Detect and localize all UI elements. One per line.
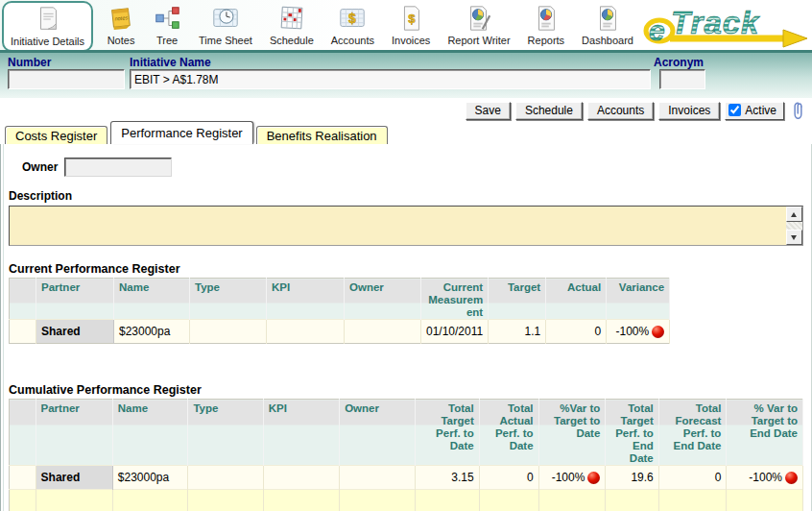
schedule-icon	[277, 4, 306, 33]
acronym-input[interactable]	[659, 69, 705, 89]
row-selector-cell[interactable]	[10, 320, 36, 344]
cell-total-forecast-perf-to-end-date: 0	[658, 466, 727, 490]
time-sheet-icon	[211, 4, 240, 33]
owner-input[interactable]	[64, 158, 172, 177]
column-header-target[interactable]: Target	[489, 279, 546, 320]
cell-name: $23000pa	[112, 466, 188, 490]
column-header-variance[interactable]: Variance	[607, 279, 670, 320]
column-header-pvar-to-target-to-end-date[interactable]: % Var to Target to End Date	[727, 400, 803, 466]
column-header-current-measurement[interactable]: Current Measurement	[421, 279, 489, 320]
cell-owner	[345, 320, 421, 344]
tab-costs-register[interactable]: Costs Register	[5, 126, 107, 144]
cumulative-register-title: Cumulative Performance Register	[9, 383, 803, 397]
cell-owner	[340, 466, 415, 490]
toolbar-item-accounts[interactable]: $ Accounts	[322, 1, 383, 46]
column-header-name[interactable]: Name	[112, 400, 188, 466]
column-header-partner[interactable]: Partner	[36, 279, 114, 320]
report-writer-icon	[465, 4, 493, 33]
active-checkbox[interactable]	[728, 104, 741, 116]
table-header-row: Partner Name Type KPI Owner Total Target…	[10, 400, 803, 466]
description-textarea[interactable]	[9, 206, 803, 246]
save-button[interactable]: Save	[466, 102, 511, 120]
column-header-partner[interactable]: Partner	[36, 400, 112, 466]
column-header-pvar-to-target-to-date[interactable]: %Var to Target to Date	[538, 400, 606, 466]
table-row[interactable]: Shared $23000pa 3.15 0 -100% 19.6 0 -100…	[10, 466, 803, 490]
toolbar-item-notes[interactable]: notes Notes	[98, 1, 144, 46]
column-header-total-target-perf-to-date[interactable]: Total Target Perf. to Date	[415, 400, 479, 466]
cell-name: $23000pa	[114, 320, 190, 344]
description-scrollbar[interactable]	[786, 207, 802, 245]
column-header-total-forecast-perf-to-end-date[interactable]: Total Forecast Perf. to End Date	[658, 400, 727, 466]
empty-row[interactable]	[10, 490, 803, 511]
accounts-button[interactable]: Accounts	[587, 102, 654, 120]
column-header-type[interactable]: Type	[190, 279, 267, 320]
toolbar-item-label: Dashboard	[582, 35, 633, 46]
svg-text:Track: Track	[671, 5, 760, 40]
red-status-ball-icon	[652, 326, 664, 338]
cell-pvar-to-target-to-end-date: -100%	[727, 466, 803, 490]
toolbar-item-label: Time Sheet	[199, 35, 252, 46]
table-header-row: Partner Name Type KPI Owner Current Meas…	[10, 279, 670, 320]
column-header-owner[interactable]: Owner	[340, 400, 415, 466]
table-row[interactable]: Shared $23000pa 01/10/2011 1.1 0 -100%	[10, 320, 670, 344]
column-header-name[interactable]: Name	[114, 279, 190, 320]
column-header-total-actual-perf-to-date[interactable]: Total Actual Perf. to Date	[479, 400, 538, 466]
toolbar-item-dashboard[interactable]: Dashboard	[573, 1, 642, 46]
schedule-button[interactable]: Schedule	[515, 102, 583, 120]
cell-partner: Shared	[36, 466, 112, 490]
etrack-logo: e Track	[642, 1, 812, 51]
initiative-header-band: Number Initiative Name Acronym	[0, 50, 812, 98]
paperclip-icon[interactable]	[789, 101, 807, 120]
svg-text:e: e	[649, 14, 665, 46]
column-header[interactable]	[10, 279, 36, 320]
column-header-type[interactable]: Type	[188, 400, 263, 466]
initiative-name-input[interactable]	[130, 69, 651, 89]
cell-kpi	[263, 466, 339, 490]
toolbar-item-label: Tree	[156, 35, 178, 46]
toolbar-item-label: Notes	[107, 35, 135, 46]
scroll-up-button[interactable]	[786, 207, 802, 222]
acronym-label: Acronym	[654, 56, 704, 69]
toolbar-item-time-sheet[interactable]: Time Sheet	[190, 1, 261, 46]
main-toolbar: Initiative Details notes Notes Tr	[0, 0, 812, 50]
accounts-icon: $	[338, 4, 367, 33]
svg-text:$: $	[348, 11, 356, 26]
tab-benefits-realisation[interactable]: Benefits Realisation	[256, 126, 388, 144]
cell-partner: Shared	[36, 320, 114, 344]
column-header-total-target-perf-to-end-date[interactable]: Total Target Perf. to End Date	[606, 400, 658, 466]
cell-variance: -100%	[607, 320, 670, 344]
current-register-title: Current Performance Register	[9, 262, 803, 276]
toolbar-item-tree[interactable]: Tree	[144, 1, 190, 46]
toolbar-item-invoices[interactable]: $ Invoices	[383, 1, 439, 46]
active-label: Active	[745, 104, 776, 117]
toolbar-item-reports[interactable]: Reports	[519, 1, 574, 46]
cell-pvar-to-target-to-date: -100%	[538, 466, 606, 490]
cell-target: 1.1	[489, 320, 546, 344]
notes-icon: notes	[107, 4, 135, 33]
cell-current-measurement: 01/10/2011	[421, 320, 489, 344]
toolbar-item-report-writer[interactable]: Report Writer	[439, 1, 518, 46]
row-selector-cell[interactable]	[10, 466, 36, 490]
scrollbar-track[interactable]	[786, 222, 802, 230]
tab-performance-register[interactable]: Performance Register	[110, 121, 252, 144]
scroll-down-button[interactable]	[786, 230, 802, 245]
toolbar-item-schedule[interactable]: Schedule	[261, 1, 322, 46]
toolbar-item-initiative-details[interactable]: Initiative Details	[2, 1, 93, 52]
column-header-kpi[interactable]: KPI	[267, 279, 345, 320]
invoices-icon: $	[396, 4, 425, 33]
column-header-actual[interactable]: Actual	[546, 279, 607, 320]
svg-text:$: $	[408, 12, 416, 26]
cell-total-actual-perf-to-date: 0	[479, 466, 538, 490]
column-header-kpi[interactable]: KPI	[263, 400, 339, 466]
toolbar-item-label: Accounts	[331, 35, 374, 46]
column-header[interactable]	[10, 400, 36, 466]
cell-kpi	[267, 320, 345, 344]
cell-type	[188, 466, 263, 490]
column-header-owner[interactable]: Owner	[345, 279, 421, 320]
owner-label: Owner	[22, 160, 64, 174]
invoices-button[interactable]: Invoices	[658, 102, 720, 120]
number-input[interactable]	[8, 69, 125, 89]
initiative-name-label: Initiative Name	[130, 56, 211, 69]
cell-actual: 0	[546, 320, 607, 344]
description-label: Description	[9, 189, 803, 203]
